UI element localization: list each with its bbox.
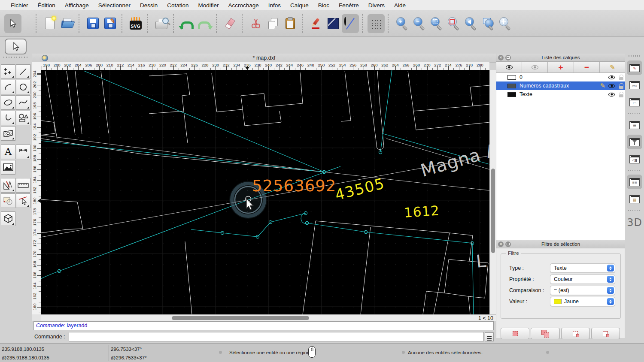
remove-from-selection-button[interactable] <box>561 328 590 339</box>
dimension-tool-button[interactable] <box>16 145 30 159</box>
menu-modifier[interactable]: Modifier <box>193 2 223 9</box>
vertical-scrollbar-thumb[interactable] <box>491 169 495 253</box>
command-input[interactable] <box>69 332 484 341</box>
menu-edition[interactable]: Édition <box>33 2 60 9</box>
edit-layer-button[interactable]: ✎ <box>600 62 625 72</box>
select-tool-button[interactable] <box>4 14 21 33</box>
filter-comparaison-select[interactable]: = (est) <box>550 286 615 295</box>
filter-type-select[interactable]: Texte <box>550 263 615 273</box>
rail-drag-handle[interactable] <box>629 55 641 57</box>
hatch-tool-button[interactable] <box>1 126 15 141</box>
qcad-application-window: FichierÉditionAffichageSélectionnerDessi… <box>0 0 644 362</box>
open-file-button[interactable] <box>58 14 76 33</box>
zoom-out-button[interactable]: − <box>410 14 428 33</box>
property-editor-panel-button[interactable]: ✎ <box>627 60 642 75</box>
layer-list-panel-button[interactable]: ☰ <box>627 118 642 132</box>
layer-lock-icon[interactable] <box>619 92 623 97</box>
menu-calque[interactable]: Calque <box>286 2 313 9</box>
view-3d-tool-button[interactable] <box>1 211 15 226</box>
layer-visibility-eye-icon[interactable] <box>608 93 615 97</box>
menu-fenetre[interactable]: Fenêtre <box>334 2 364 9</box>
line-tool-button[interactable] <box>325 14 342 33</box>
spline-tool-button[interactable] <box>16 95 30 110</box>
layer-row[interactable]: 0 <box>496 73 625 81</box>
view-3d-button[interactable]: 3D <box>627 217 642 229</box>
redo-button[interactable] <box>196 14 213 33</box>
block-list-panel-button[interactable]: ▱○ <box>627 78 642 92</box>
remove-layer-button[interactable]: − <box>574 62 600 72</box>
new-file-button[interactable] <box>41 14 58 33</box>
save-as-button[interactable]: ✎ <box>101 14 118 33</box>
menu-affichage[interactable]: Affichage <box>60 2 94 9</box>
layer-row[interactable]: Numéros cadastraux✎ <box>496 81 625 90</box>
filter-valeur-select[interactable]: Jaune <box>550 297 615 306</box>
copy-button[interactable] <box>264 14 282 33</box>
horizontal-scrollbar[interactable]: 1 < 10 <box>41 314 496 321</box>
circle-tool-button[interactable] <box>16 80 30 94</box>
points-tool-button[interactable] <box>1 64 15 79</box>
menu-infos[interactable]: Infos <box>264 2 286 9</box>
cut-button[interactable] <box>247 14 264 33</box>
menu-divers[interactable]: Divers <box>364 2 389 9</box>
zoom-window-button[interactable] <box>479 14 496 33</box>
save-button[interactable] <box>84 14 101 33</box>
zoom-refresh-button[interactable] <box>445 14 462 33</box>
add-to-selection-button[interactable] <box>531 328 559 339</box>
modify-tool-button[interactable] <box>1 178 15 193</box>
projection-panel-button[interactable]: ◁▮ <box>627 152 642 166</box>
menu-cotation[interactable]: Cotation <box>162 2 193 9</box>
palette-drag-handle[interactable] <box>3 57 28 58</box>
menu-aide[interactable]: Aide <box>389 2 410 9</box>
show-all-layers-button[interactable] <box>496 62 522 72</box>
paste-button[interactable] <box>282 14 299 33</box>
polyline-tool-button[interactable] <box>1 111 15 125</box>
print-preview-button[interactable] <box>153 14 170 33</box>
drawing-canvas[interactable]: 52563692435051612Magna AL <box>41 70 489 314</box>
invert-selection-button[interactable] <box>591 328 620 339</box>
menu-fichier[interactable]: Fichier <box>6 2 33 9</box>
export-svg-button[interactable]: SVG <box>127 14 144 33</box>
layer-lock-icon[interactable] <box>619 83 623 89</box>
measure-tool-button[interactable] <box>16 178 30 193</box>
palette-selection-tool[interactable] <box>5 39 27 54</box>
clipboard-panel-button[interactable]: ▤ <box>627 192 642 206</box>
layer-row[interactable]: Texte <box>496 90 625 99</box>
library-browser-panel-button[interactable]: ▭ <box>627 95 642 109</box>
selection-filter-panel-button[interactable] <box>627 135 642 149</box>
zoom-pan-button[interactable] <box>496 14 513 33</box>
shapes-tool-button[interactable] <box>16 111 30 125</box>
select-matching-button[interactable] <box>501 328 529 339</box>
zoom-previous-button[interactable] <box>462 14 479 33</box>
grid-toggle-button[interactable] <box>368 14 385 33</box>
ellipse-tool-button[interactable] <box>1 95 15 110</box>
add-layer-button[interactable]: + <box>548 62 574 72</box>
layer-lock-icon[interactable] <box>619 75 623 80</box>
menu-selectionner[interactable]: Sélectionner <box>94 2 135 9</box>
hide-all-layers-button[interactable] <box>522 62 548 72</box>
menu-dessin[interactable]: Dessin <box>135 2 162 9</box>
image-tool-button[interactable] <box>1 160 15 175</box>
filter-propriété-select[interactable]: Couleur <box>550 275 615 284</box>
layer-visibility-eye-icon[interactable] <box>608 75 615 79</box>
menu-accrochage[interactable]: Accrochage <box>223 2 263 9</box>
text-tool-button[interactable]: A <box>1 145 15 159</box>
ruler-number: 260 <box>371 63 378 67</box>
block-tool-button[interactable] <box>1 193 15 208</box>
rail-separator <box>628 113 641 114</box>
line-tool-button-palette[interactable] <box>16 64 30 79</box>
delete-button[interactable] <box>222 14 239 33</box>
vertical-scrollbar[interactable] <box>489 70 496 314</box>
menu-bloc[interactable]: Bloc <box>313 2 334 9</box>
select-entities-tool-button[interactable] <box>16 193 30 208</box>
draw-pencil-button[interactable] <box>307 14 325 33</box>
horizontal-scrollbar-thumb[interactable] <box>172 316 309 320</box>
document-titlebar[interactable]: * map.dxf <box>32 54 496 63</box>
cut-circle-tool-button[interactable] <box>342 14 359 33</box>
command-options-button[interactable] <box>485 332 494 341</box>
layer-visibility-eye-icon[interactable] <box>608 84 615 88</box>
undo-button[interactable] <box>179 14 196 33</box>
zoom-auto-button[interactable] <box>428 14 445 33</box>
arc-tool-button[interactable] <box>1 80 15 94</box>
command-history-panel-button[interactable]: ≣≣ <box>627 175 642 189</box>
zoom-in-button[interactable]: + <box>393 14 410 33</box>
